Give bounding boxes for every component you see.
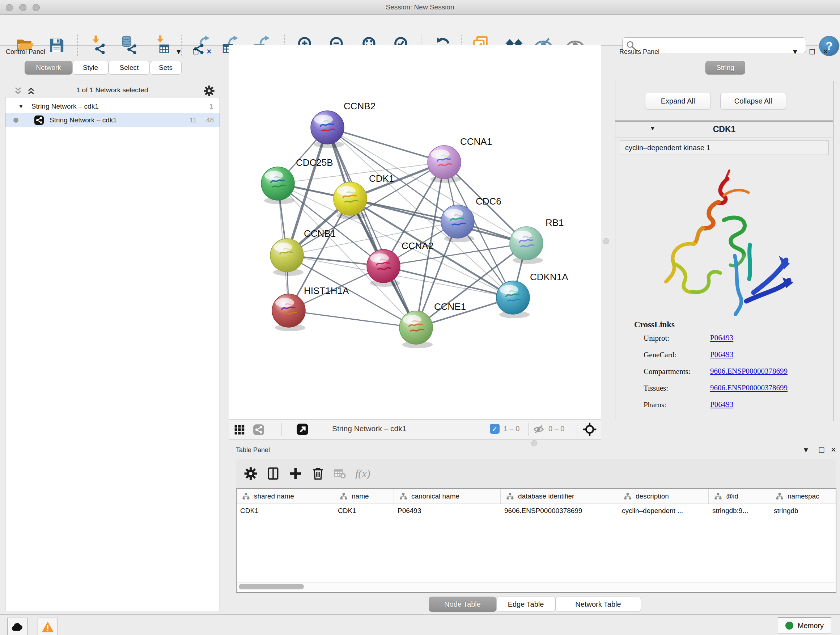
cloud-button[interactable] xyxy=(7,618,27,635)
network-collection-row[interactable]: ▼ String Network – cdk1 1 xyxy=(5,100,219,113)
panel-menu-icon[interactable]: ▼ xyxy=(793,49,797,55)
selected-count: 1 – 0 xyxy=(504,424,519,433)
table-row[interactable]: CDK1 CDK1 P06493 9606.ENSP00000378699 cy… xyxy=(237,504,836,518)
network-node-CDKN1A[interactable]: CDKN1A xyxy=(496,272,568,318)
collapse-all-button[interactable]: Collapse All xyxy=(720,93,786,109)
scrollbar-thumb[interactable] xyxy=(239,584,304,589)
panel-float-icon[interactable]: □ xyxy=(818,445,825,453)
crosslink-compartments-link[interactable]: 9606.ENSP00000378699 xyxy=(710,367,788,376)
tab-select[interactable]: Select xyxy=(109,61,150,74)
hidden-eye-slash-icon xyxy=(533,424,544,435)
results-entry-box: ▼ CDK1 cyclin–dependent kinase 1 xyxy=(615,121,834,421)
close-window-button[interactable] xyxy=(6,4,13,11)
network-node-CCNA2[interactable]: CCNA2 xyxy=(367,241,433,287)
panel-float-icon[interactable]: □ xyxy=(809,47,815,55)
table-gear-icon[interactable] xyxy=(244,467,257,480)
network-node-CCNB2[interactable]: CCNB2 xyxy=(311,101,376,148)
expand-all-button[interactable]: Expand All xyxy=(645,93,711,109)
crosshair-icon[interactable] xyxy=(583,422,597,437)
column-header[interactable]: description xyxy=(636,492,669,500)
column-header[interactable]: name xyxy=(352,492,369,500)
column-tree-icon xyxy=(623,492,632,501)
panel-menu-icon[interactable]: ▼ xyxy=(804,447,808,453)
network-name: String Network – cdk1 xyxy=(50,116,117,124)
entry-name: CDK1 xyxy=(615,125,833,134)
panel-menu-icon[interactable]: ▼ xyxy=(177,49,181,55)
network-node-CCNE1[interactable]: CCNE1 xyxy=(399,301,466,348)
column-tree-icon xyxy=(714,492,722,501)
control-panel-tabs: Network Style Select Sets xyxy=(25,61,182,74)
network-node-CCNB1[interactable]: CCNB1 xyxy=(270,228,336,276)
network-node-CDK1[interactable]: CDK1 xyxy=(333,173,394,219)
cell-database-identifier: 9606.ENSP00000378699 xyxy=(501,507,618,515)
grid-view-icon[interactable] xyxy=(234,424,245,435)
node-label: CCNB1 xyxy=(304,228,336,239)
panel-close-icon[interactable]: ✕ xyxy=(831,446,836,454)
zoom-window-button[interactable] xyxy=(33,4,40,11)
tab-edge-table[interactable]: Edge Table xyxy=(496,597,555,612)
tab-network-table[interactable]: Network Table xyxy=(555,597,641,612)
network-edge[interactable] xyxy=(289,310,416,328)
network-canvas[interactable]: CCNB2CCNA1CDC25BCDK1CDC6RB1CCNB1CCNA2CDK… xyxy=(229,45,601,419)
column-header[interactable]: namespac xyxy=(788,492,819,500)
warning-icon xyxy=(41,621,54,633)
delete-column-icon[interactable] xyxy=(311,467,325,480)
column-header[interactable]: @id xyxy=(726,492,738,500)
panel-float-icon[interactable]: □ xyxy=(193,47,199,55)
table-horizontal-scrollbar[interactable] xyxy=(237,582,835,591)
tab-style[interactable]: Style xyxy=(73,61,109,74)
network-view-toolbar: String Network – cdk1 ✓ 1 – 0 0 – 0 xyxy=(229,419,601,440)
node-label: CCNE1 xyxy=(434,301,466,312)
node-label: CDC25B xyxy=(296,157,333,168)
minimize-window-button[interactable] xyxy=(19,4,27,11)
columns-icon[interactable] xyxy=(266,467,280,480)
memory-button[interactable]: Memory xyxy=(778,617,831,634)
node-label: CCNA1 xyxy=(460,136,492,147)
cell-namespace: stringdb xyxy=(770,507,836,515)
cell-description: cyclin–dependent ... xyxy=(618,507,709,515)
tab-network[interactable]: Network xyxy=(25,61,73,74)
tab-node-table[interactable]: Node Table xyxy=(429,597,496,612)
crosslink-genecard-link[interactable]: P06493 xyxy=(710,350,733,359)
network-edge[interactable] xyxy=(327,127,416,328)
tab-string[interactable]: String xyxy=(706,61,745,74)
share-view-icon[interactable] xyxy=(253,424,265,436)
node-table[interactable]: shared name name canonical name database… xyxy=(236,488,836,593)
entry-header[interactable]: ▼ CDK1 xyxy=(615,122,833,138)
warnings-button[interactable] xyxy=(38,618,58,635)
crosslink-tissues-link[interactable]: 9606.ENSP00000378699 xyxy=(710,383,788,393)
network-node-CDC25B[interactable]: CDC25B xyxy=(261,157,333,204)
collection-expand-icon[interactable]: ▼ xyxy=(19,103,24,109)
crosslink-pharos-link[interactable]: P06493 xyxy=(710,400,733,409)
memory-label: Memory xyxy=(798,622,824,630)
selected-checkbox-icon[interactable]: ✓ xyxy=(490,424,500,434)
footer-separator xyxy=(528,423,529,436)
network-edge-count: 48 xyxy=(206,116,214,124)
cell-shared-name: CDK1 xyxy=(237,507,334,515)
network-node-CCNA1[interactable]: CCNA1 xyxy=(428,136,492,183)
node-label: RB1 xyxy=(546,217,564,228)
network-edge[interactable] xyxy=(327,127,444,162)
column-header[interactable]: canonical name xyxy=(411,492,459,500)
panel-close-icon[interactable]: ✕ xyxy=(823,48,829,55)
collection-count: 1 xyxy=(209,103,213,111)
birdseye-view-icon[interactable] xyxy=(296,423,309,436)
tab-sets[interactable]: Sets xyxy=(150,61,182,74)
crosslink-uniprot-link[interactable]: P06493 xyxy=(710,333,733,342)
memory-status-dot xyxy=(785,622,793,630)
network-node-count: 11 xyxy=(189,116,197,124)
table-toolbar: f(x) xyxy=(236,459,836,488)
panel-close-icon[interactable]: ✕ xyxy=(206,48,212,55)
node-label: CDC6 xyxy=(476,196,501,207)
vertical-splitter-handle[interactable] xyxy=(603,238,609,244)
add-column-icon[interactable] xyxy=(289,467,302,480)
network-row-selected[interactable]: String Network – cdk1 11 48 xyxy=(5,113,219,127)
column-header[interactable]: database identifier xyxy=(518,492,574,500)
network-options-gear-icon[interactable] xyxy=(203,85,215,97)
network-node-RB1[interactable]: RB1 xyxy=(510,217,564,264)
window-title: Session: New Session xyxy=(0,0,840,14)
network-node-HIST1H1A[interactable]: HIST1H1A xyxy=(272,285,349,331)
cell-id: stringdb:9... xyxy=(709,507,770,515)
collection-name: String Network – cdk1 xyxy=(32,103,99,111)
column-header[interactable]: shared name xyxy=(254,492,294,500)
